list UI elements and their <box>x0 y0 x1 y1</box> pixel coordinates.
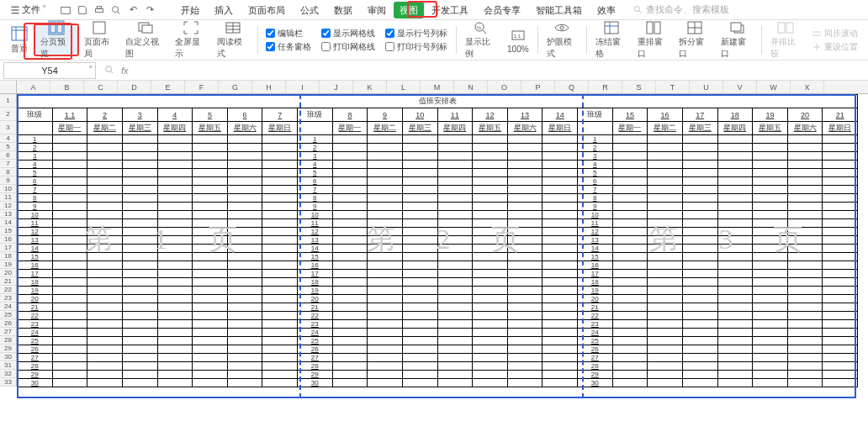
view-fullscreen-button[interactable]: 全屏显示 <box>170 24 212 56</box>
row-header[interactable]: 3 <box>0 121 16 134</box>
col-header[interactable]: J <box>320 81 353 93</box>
page-break-2[interactable] <box>582 94 584 398</box>
row-header[interactable]: 23 <box>0 294 16 303</box>
menu-tab-7[interactable]: 开发工具 <box>424 0 476 20</box>
row-header[interactable]: 33 <box>0 378 16 387</box>
check-formula-bar[interactable]: 编辑栏 <box>266 28 311 39</box>
col-header[interactable]: X <box>791 81 824 93</box>
fx-label[interactable]: fx <box>121 66 129 76</box>
col-header[interactable]: T <box>656 81 690 93</box>
col-header[interactable]: E <box>151 81 185 93</box>
row-header[interactable]: 14 <box>0 218 16 227</box>
menu-tab-1[interactable]: 插入 <box>207 0 241 20</box>
col-header[interactable]: I <box>286 81 320 93</box>
menu-tab-2[interactable]: 页面布局 <box>241 0 293 20</box>
row-header[interactable]: 18 <box>0 252 16 260</box>
qat-save-icon[interactable] <box>74 2 91 18</box>
row-header[interactable]: 16 <box>0 235 16 244</box>
col-header[interactable]: U <box>690 81 723 93</box>
col-header[interactable]: O <box>488 81 521 93</box>
check-taskpane[interactable]: 任务窗格 <box>266 41 311 53</box>
row-header[interactable]: 19 <box>0 260 16 269</box>
split-button[interactable]: 拆分窗口 <box>674 24 716 56</box>
check-gridlines[interactable]: 显示网格线 <box>321 28 375 39</box>
row-header[interactable]: 13 <box>0 210 16 218</box>
view-normal-button[interactable]: 普通 <box>5 24 34 56</box>
col-header[interactable]: A <box>17 81 50 93</box>
col-header[interactable]: D <box>118 81 151 93</box>
newwin-button[interactable]: 新建窗口 <box>716 24 758 56</box>
col-header[interactable]: W <box>757 81 791 93</box>
menu-tab-5[interactable]: 审阅 <box>360 0 394 20</box>
zoom-button[interactable]: % 显示比例 <box>460 24 502 56</box>
row-header[interactable]: 30 <box>0 353 16 361</box>
row-header[interactable]: 17 <box>0 244 16 252</box>
col-header[interactable]: B <box>50 81 84 93</box>
qat-open-icon[interactable] <box>57 2 74 18</box>
arrange-button[interactable]: 重排窗口 <box>632 24 675 56</box>
row-header[interactable]: 9 <box>0 176 16 185</box>
view-pagelayout-button[interactable]: 页面布局 <box>79 24 121 56</box>
row-header[interactable]: 10 <box>0 185 16 193</box>
row-header[interactable]: 6 <box>0 151 16 160</box>
menu-tab-8[interactable]: 会员专享 <box>476 0 528 20</box>
col-header[interactable]: P <box>521 81 555 93</box>
row-header[interactable]: 5 <box>0 143 16 151</box>
zoom100-button[interactable]: 1:1 100% <box>502 24 534 56</box>
qat-undo-icon[interactable]: ↶ <box>124 2 141 18</box>
cancel-icon[interactable] <box>101 65 118 76</box>
row-header[interactable]: 15 <box>0 227 16 235</box>
qat-preview-icon[interactable] <box>108 2 124 18</box>
protect-eye-button[interactable]: 护眼模式 <box>542 24 584 56</box>
menu-tab-4[interactable]: 数据 <box>326 0 360 20</box>
col-header[interactable]: C <box>84 81 118 93</box>
row-header[interactable]: 28 <box>0 336 16 345</box>
col-header[interactable]: H <box>252 81 286 93</box>
view-custom-button[interactable]: 自定义视图 <box>120 24 170 56</box>
row-header[interactable]: 12 <box>0 202 16 210</box>
qat-print-icon[interactable] <box>91 2 108 18</box>
col-header[interactable]: Q <box>555 81 589 93</box>
search-box[interactable]: 查找命令、搜索模板 <box>633 3 729 16</box>
check-headings[interactable]: 显示行号列标 <box>385 28 447 39</box>
col-header[interactable]: M <box>421 81 454 93</box>
row-header[interactable]: 7 <box>0 160 16 168</box>
row-header[interactable]: 21 <box>0 277 16 286</box>
name-box[interactable]: Y54˅ <box>3 62 96 79</box>
row-header[interactable]: 2 <box>0 108 16 121</box>
qat-redo-icon[interactable]: ↷ <box>141 2 158 18</box>
menu-tab-9[interactable]: 智能工具箱 <box>528 0 590 20</box>
page-break-1[interactable] <box>299 94 301 398</box>
view-pagebreak-button[interactable]: 分页预览 <box>34 24 79 56</box>
check-print-head[interactable]: 打印行号列标 <box>385 41 447 53</box>
col-header[interactable]: R <box>589 81 622 93</box>
col-header[interactable]: G <box>219 81 252 93</box>
row-header[interactable]: 1 <box>0 94 16 108</box>
col-header[interactable]: V <box>723 81 757 93</box>
col-header[interactable]: S <box>622 81 656 93</box>
col-header[interactable]: K <box>353 81 387 93</box>
row-header[interactable]: 32 <box>0 370 16 378</box>
row-header[interactable]: 31 <box>0 361 16 370</box>
row-header[interactable]: 26 <box>0 319 16 328</box>
row-header[interactable]: 8 <box>0 168 16 176</box>
menu-tab-0[interactable]: 开始 <box>173 0 207 20</box>
row-header[interactable]: 22 <box>0 286 16 294</box>
row-header[interactable]: 29 <box>0 345 16 353</box>
select-all-corner[interactable] <box>0 81 17 93</box>
menu-tab-3[interactable]: 公式 <box>293 0 326 20</box>
row-header[interactable]: 24 <box>0 303 16 311</box>
col-header[interactable]: N <box>454 81 488 93</box>
row-header[interactable]: 25 <box>0 311 16 319</box>
file-menu[interactable]: 文件 ˅ <box>5 3 52 16</box>
col-header[interactable]: F <box>185 81 219 93</box>
menu-tab-10[interactable]: 效率 <box>590 0 623 20</box>
menu-tab-6[interactable]: 视图 <box>394 2 424 18</box>
view-readmode-button[interactable]: 阅读模式 <box>212 24 254 56</box>
check-print-grid[interactable]: 打印网格线 <box>321 41 375 53</box>
row-header[interactable]: 11 <box>0 193 16 202</box>
row-header[interactable]: 20 <box>0 269 16 277</box>
row-header[interactable]: 4 <box>0 134 16 143</box>
freeze-button[interactable]: 冻结窗格 <box>590 24 632 56</box>
row-header[interactable]: 27 <box>0 328 16 336</box>
